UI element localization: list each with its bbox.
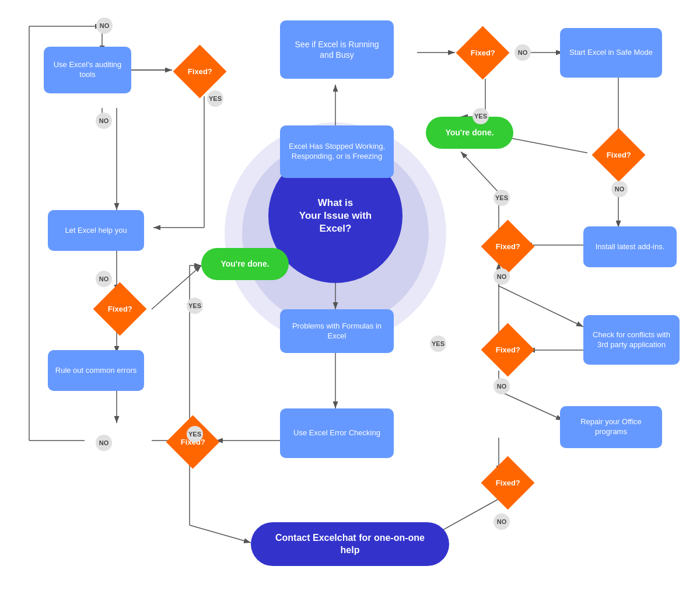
no-fixed-left-mid: NO xyxy=(96,271,112,287)
install-addins-node: Install latest add-ins. xyxy=(583,226,677,267)
svg-line-15 xyxy=(461,152,499,193)
no-fixed-left-top: NO xyxy=(96,113,112,129)
svg-line-21 xyxy=(499,391,563,420)
fixed-left-mid-wrap: Fixed? xyxy=(90,293,149,325)
excel-stopped-node: Excel Has Stopped Working, Responding, o… xyxy=(280,125,394,178)
check-conflicts-node: Check for conflicts with 3rd party appli… xyxy=(583,315,680,365)
yes-right-low: YES xyxy=(430,336,446,352)
fixed-right-mid-wrap: Fixed? xyxy=(478,230,537,263)
svg-line-17 xyxy=(499,286,583,327)
fixed-right-top-wrap: Fixed? xyxy=(586,137,650,172)
fixed-top-center-wrap: Fixed? xyxy=(452,37,513,69)
no-top-right: NO xyxy=(514,44,531,61)
yes-fixed-bottom: YES xyxy=(187,426,203,442)
contact-excelchat-node[interactable]: Contact Excelchat for one-on-one help xyxy=(251,522,449,566)
no-top-left: NO xyxy=(96,18,113,34)
let-excel-help-node: Let Excel help you xyxy=(48,210,144,251)
use-error-checking-node: Use Excel Error Checking xyxy=(280,408,394,458)
no-right-low: NO xyxy=(494,378,510,394)
youre-done-left-node: You're done. xyxy=(201,248,289,280)
rule-out-errors-node: Rule out common errors xyxy=(48,350,144,391)
see-if-excel-node: See if Excel is Running and Busy xyxy=(280,20,394,79)
fixed-bottom-right-wrap: Fixed? xyxy=(478,467,537,499)
fixed-right-low-wrap: Fixed? xyxy=(478,334,537,366)
start-safe-mode-node: Start Excel in Safe Mode xyxy=(560,28,662,78)
yes-right-mid: YES xyxy=(494,190,510,206)
problems-formulas-node: Problems with Formulas in Excel xyxy=(280,309,394,353)
fixed-left-bottom-wrap xyxy=(156,425,215,457)
yes-fixed-left-mid: YES xyxy=(187,298,203,314)
no-fixed-left-bot: NO xyxy=(96,435,112,451)
fixed-left-top-wrap: Fixed? xyxy=(170,55,229,88)
no-right-top: NO xyxy=(611,181,628,197)
yes-fixed-left-top: YES xyxy=(207,90,223,107)
no-right-mid: NO xyxy=(494,268,510,285)
repair-office-node: Repair your Office programs xyxy=(560,406,662,448)
yes-top-right: YES xyxy=(473,108,489,124)
no-bottom-right: NO xyxy=(494,513,510,530)
use-auditing-node: Use Excel's auditing tools xyxy=(44,47,131,93)
svg-line-28 xyxy=(190,525,251,543)
youre-done-right-node: You're done. xyxy=(426,117,513,149)
